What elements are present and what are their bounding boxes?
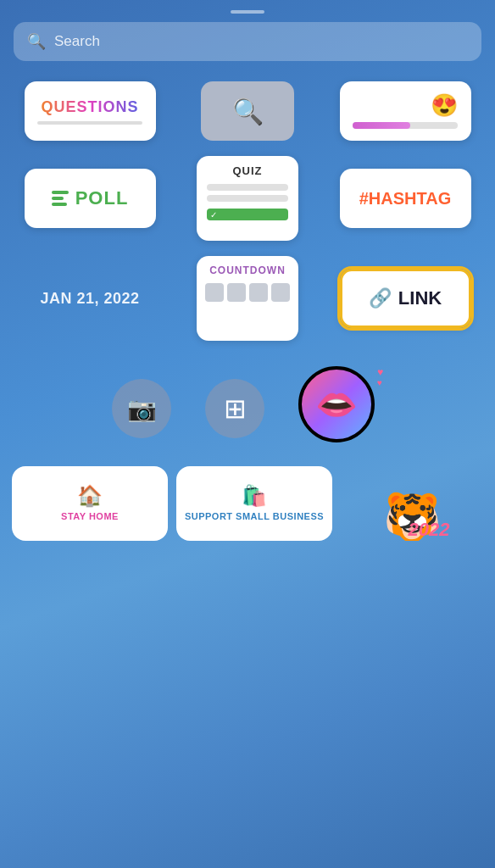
stay-home-sticker[interactable]: 🏠 STAY HOME bbox=[12, 466, 168, 541]
poll-sticker-cell: POLL bbox=[17, 156, 163, 241]
quiz-title: QUIZ bbox=[232, 164, 262, 177]
search-input[interactable] bbox=[54, 33, 468, 50]
stay-home-icon: 🏠 bbox=[77, 484, 103, 508]
slider-fill bbox=[353, 122, 410, 129]
countdown-box-4 bbox=[271, 283, 290, 302]
support-label: SUPPORT SMALL BUSINESS bbox=[185, 511, 324, 522]
quiz-check-icon: ✓ bbox=[210, 210, 217, 220]
poll-bar-3 bbox=[52, 203, 67, 206]
link-label: LINK bbox=[398, 287, 442, 309]
mouth-circle: 👄 bbox=[298, 366, 375, 442]
poll-icon bbox=[52, 191, 69, 206]
stay-home-label: STAY HOME bbox=[61, 511, 119, 522]
quiz-answer-row: ✓ bbox=[207, 209, 288, 220]
countdown-box-3 bbox=[249, 283, 268, 302]
quiz-line-2 bbox=[207, 195, 288, 202]
bottom-row: 🏠 STAY HOME 🛍️ SUPPORT SMALL BUSINESS 🐯 … bbox=[0, 466, 495, 541]
tiger-sticker[interactable]: 🐯 2022 bbox=[341, 466, 483, 541]
countdown-box-2 bbox=[227, 283, 246, 302]
slider-emoji: 😍 bbox=[431, 92, 458, 119]
countdown-sticker-cell: COUNTDOWN bbox=[175, 256, 320, 341]
support-small-sticker[interactable]: 🛍️ SUPPORT SMALL BUSINESS bbox=[176, 466, 332, 541]
add-icon: ⊞ bbox=[224, 392, 247, 425]
date-sticker-cell: JAN 21, 2022 bbox=[17, 256, 163, 341]
sticker-grid: QUESTIONS 🔍 😍 POLL QUIZ bbox=[0, 81, 495, 341]
quiz-lines bbox=[207, 184, 288, 202]
link-sticker-cell: 🔗 LINK bbox=[332, 256, 478, 341]
camera-icon: 📷 bbox=[127, 395, 157, 423]
hashtag-sticker[interactable]: #HASHTAG bbox=[340, 169, 471, 228]
drag-indicator bbox=[231, 10, 264, 14]
search-sticker-cell: 🔍 bbox=[175, 81, 320, 141]
countdown-title: COUNTDOWN bbox=[209, 264, 286, 276]
questions-underline bbox=[37, 121, 142, 125]
mouth-emoji: 👄 bbox=[315, 385, 358, 425]
quiz-sticker-cell: QUIZ ✓ bbox=[175, 156, 320, 241]
questions-label: QUESTIONS bbox=[41, 98, 138, 116]
year-badge: 2022 bbox=[409, 519, 450, 541]
camera-button[interactable]: 📷 bbox=[112, 379, 171, 438]
search-sticker-icon: 🔍 bbox=[232, 97, 264, 126]
countdown-sticker[interactable]: COUNTDOWN bbox=[197, 256, 298, 341]
search-bar[interactable]: 🔍 bbox=[14, 22, 481, 61]
support-icon: 🛍️ bbox=[242, 484, 267, 508]
search-sticker[interactable]: 🔍 bbox=[201, 81, 294, 141]
add-button[interactable]: ⊞ bbox=[205, 379, 264, 438]
link-sticker[interactable]: 🔗 LINK bbox=[340, 269, 471, 328]
poll-sticker[interactable]: POLL bbox=[25, 169, 156, 228]
hearts-decoration: ♥ ♥ bbox=[377, 366, 383, 387]
questions-sticker-cell: QUESTIONS bbox=[17, 81, 163, 141]
quiz-line-1 bbox=[207, 184, 288, 191]
countdown-boxes bbox=[205, 283, 290, 302]
hashtag-label: #HASHTAG bbox=[359, 189, 452, 209]
mouth-sticker[interactable]: 👄 ♥ ♥ bbox=[298, 366, 383, 451]
slider-sticker-cell: 😍 bbox=[332, 81, 478, 141]
poll-bar-1 bbox=[52, 191, 69, 194]
countdown-box-1 bbox=[205, 283, 224, 302]
date-label: JAN 21, 2022 bbox=[40, 290, 139, 308]
poll-label: POLL bbox=[75, 187, 129, 209]
bottom-actions: 📷 ⊞ 👄 ♥ ♥ bbox=[0, 366, 495, 451]
hashtag-sticker-cell: #HASHTAG bbox=[332, 156, 478, 241]
link-icon: 🔗 bbox=[369, 287, 392, 309]
date-sticker[interactable]: JAN 21, 2022 bbox=[25, 269, 156, 328]
search-icon: 🔍 bbox=[27, 32, 46, 51]
questions-sticker[interactable]: QUESTIONS bbox=[25, 81, 156, 141]
quiz-sticker[interactable]: QUIZ ✓ bbox=[197, 156, 298, 241]
slider-sticker[interactable]: 😍 bbox=[340, 81, 471, 141]
poll-bar-2 bbox=[52, 197, 64, 200]
slider-track bbox=[353, 122, 458, 129]
